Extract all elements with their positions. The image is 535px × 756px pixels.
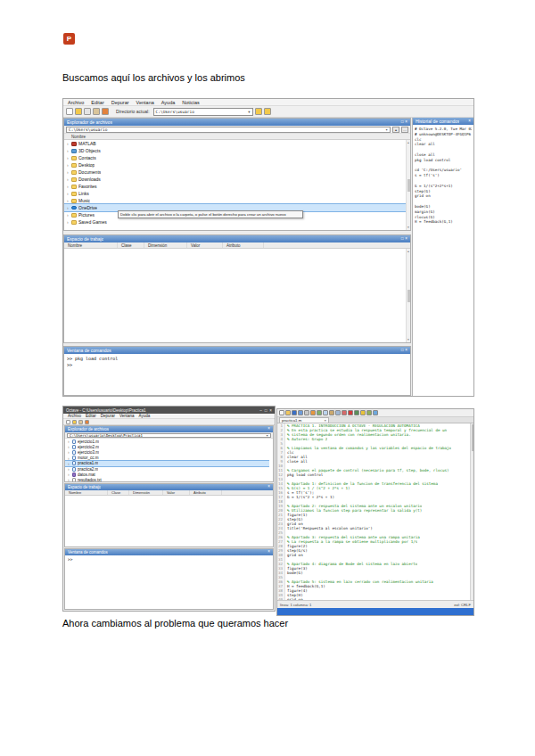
menu-item[interactable]: Depurar [101, 414, 115, 418]
column-header[interactable]: Dimensión [129, 490, 163, 495]
bookmark-icon[interactable] [342, 410, 347, 415]
workspace-scrollbar[interactable]: ▴ ▾ [406, 249, 410, 342]
expand-icon[interactable] [67, 148, 70, 153]
column-header[interactable]: Clase [108, 490, 129, 495]
menu-item[interactable]: Archivo [68, 414, 81, 418]
undo-icon[interactable] [310, 410, 316, 415]
paste-icon[interactable] [93, 108, 100, 115]
menu-item[interactable]: Editar [91, 100, 103, 105]
expand-icon[interactable] [68, 449, 70, 455]
paste-icon[interactable] [329, 410, 334, 415]
expand-icon[interactable] [68, 461, 70, 466]
new-script-icon[interactable] [66, 420, 70, 424]
parent-directory-button[interactable]: ▴ [392, 127, 399, 133]
editor-tab[interactable]: practica1.m × [279, 417, 329, 423]
close-icon[interactable]: × [405, 237, 407, 242]
actions-button[interactable]: … [401, 127, 408, 133]
new-script-icon[interactable] [66, 108, 73, 115]
command-window-output[interactable]: >> [65, 555, 273, 609]
expand-icon[interactable] [68, 439, 70, 444]
scroll-up-icon[interactable]: ▴ [407, 250, 409, 253]
title-bar[interactable]: Octave - C:\Users\usuario\Desktop\Practi… [63, 407, 275, 414]
undo-icon[interactable] [102, 108, 109, 115]
minimize-icon[interactable]: – [259, 408, 262, 413]
editor-code-area[interactable]: 1 % PRACTICA 1. INTRODUCCION A OCTAVE - … [277, 423, 470, 600]
open-file-icon[interactable] [285, 410, 291, 415]
expand-icon[interactable] [68, 466, 70, 472]
current-directory-combo[interactable]: C:\Users\usuario ▾ [153, 108, 253, 116]
scroll-thumb[interactable] [407, 290, 410, 302]
menu-item[interactable]: Depurar [111, 100, 129, 105]
column-header[interactable]: Dimensión [144, 242, 187, 248]
print-icon[interactable] [304, 410, 309, 415]
history-entry[interactable]: # unknown@DESKTOP-4FGQ1P6 [415, 132, 472, 137]
parent-folder-icon[interactable] [264, 108, 271, 115]
workspace-table-body[interactable] [65, 496, 273, 546]
powerpoint-icon[interactable]: P [63, 33, 75, 45]
expand-icon[interactable] [67, 212, 70, 218]
expand-icon[interactable] [67, 184, 70, 189]
close-icon[interactable]: × [405, 349, 407, 353]
file-tree-item[interactable]: MATLAB [64, 140, 406, 147]
save-icon[interactable] [292, 410, 297, 415]
scroll-down-icon[interactable]: ▾ [407, 338, 409, 341]
undock-icon[interactable]: □ [401, 237, 404, 242]
copy-icon[interactable] [323, 410, 328, 415]
redo-icon[interactable] [317, 410, 322, 415]
scroll-thumb[interactable] [407, 179, 410, 192]
browse-folder-icon[interactable] [255, 108, 262, 115]
close-icon[interactable]: × [324, 418, 326, 423]
path-combo[interactable]: C:\Users\usuario ▾ [66, 127, 391, 133]
expand-icon[interactable] [67, 141, 70, 146]
expand-icon[interactable] [67, 169, 70, 175]
file-tree-item[interactable]: Links [64, 190, 406, 197]
expand-icon[interactable] [67, 162, 70, 168]
close-icon[interactable]: × [269, 408, 272, 413]
close-icon[interactable]: × [268, 550, 270, 555]
open-file-icon[interactable] [75, 108, 82, 115]
history-entry[interactable]: H = feedback(G,1) [415, 219, 472, 225]
expand-icon[interactable] [67, 198, 70, 203]
file-tree-item[interactable]: Desktop [64, 161, 406, 168]
step-icon[interactable] [354, 410, 359, 415]
menu-item[interactable]: Editar [86, 414, 96, 418]
maximize-icon[interactable]: □ [265, 408, 268, 413]
expand-icon[interactable] [67, 155, 70, 160]
file-tree-item[interactable]: resultados.txt [65, 477, 269, 481]
file-tree-item[interactable]: Documents [64, 168, 406, 176]
menu-item[interactable]: Ventana [119, 414, 135, 418]
menu-item[interactable]: Noticias [182, 100, 200, 105]
file-tree-item[interactable]: Contacts [64, 154, 406, 161]
command-window-output[interactable]: >> pkg load control>> [64, 354, 410, 395]
run-icon[interactable] [360, 410, 366, 415]
command-history-list[interactable]: # Octave 5.2.0, Tue Mar 02 10:15:33 2021… [413, 125, 473, 396]
save-all-icon[interactable] [298, 410, 303, 415]
history-entry[interactable]: # Octave 5.2.0, Tue Mar 02 10:15:33 2021 [415, 127, 472, 132]
close-icon[interactable]: × [468, 119, 471, 124]
expand-icon[interactable] [67, 219, 70, 225]
file-browser-scrollbar[interactable]: ▴ ▾ [406, 140, 410, 230]
name-column-header[interactable]: Nombre [64, 134, 410, 140]
breakpoint-icon[interactable] [348, 410, 353, 415]
column-header[interactable]: Atributo [190, 490, 222, 495]
undock-icon[interactable]: □ [401, 349, 404, 353]
close-icon[interactable]: × [268, 485, 270, 489]
undock-icon[interactable]: □ [401, 120, 404, 125]
copy-icon[interactable] [84, 108, 91, 115]
column-header[interactable]: Valor [163, 490, 190, 495]
file-tree-item[interactable]: Favorites [64, 183, 406, 190]
file-tree-item[interactable]: Music [64, 197, 406, 204]
column-header[interactable]: Valor [187, 242, 223, 248]
column-header[interactable]: Nombre [64, 242, 118, 248]
paste-icon[interactable] [78, 420, 83, 424]
help-icon[interactable] [373, 410, 378, 415]
expand-icon[interactable] [67, 177, 70, 182]
expand-icon[interactable] [68, 456, 70, 461]
expand-icon[interactable] [67, 205, 70, 210]
file-tree-item[interactable]: 3D Objects [64, 147, 406, 154]
new-script-icon[interactable] [279, 410, 284, 415]
expand-icon[interactable] [68, 444, 70, 449]
run-selection-icon[interactable] [366, 410, 372, 415]
column-header[interactable]: Nombre [65, 490, 108, 495]
column-header[interactable]: Atributo [223, 242, 264, 248]
